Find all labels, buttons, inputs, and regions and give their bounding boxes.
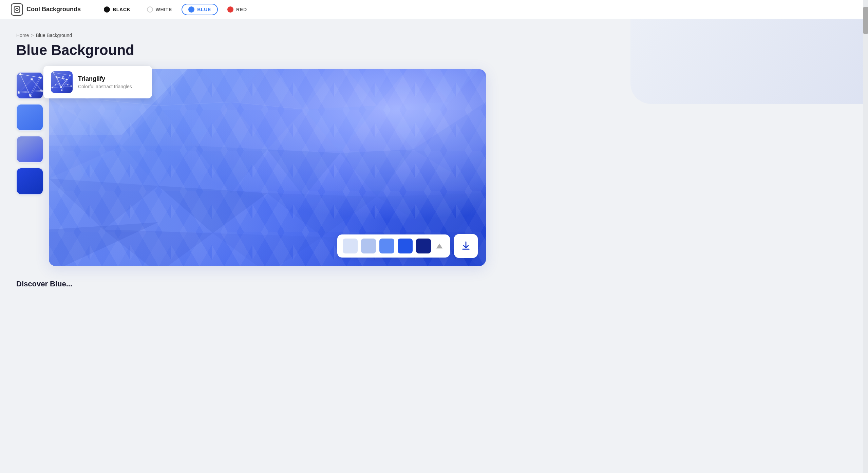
- svg-marker-21: [194, 69, 267, 102]
- brand: Cool Backgrounds: [11, 3, 81, 16]
- svg-point-9: [67, 84, 69, 86]
- dot-black-icon: [104, 6, 110, 13]
- brand-title: Cool Backgrounds: [26, 6, 81, 13]
- thumb-trianglify-svg: [17, 73, 43, 99]
- download-icon: [460, 241, 471, 251]
- svg-marker-37: [158, 186, 267, 233]
- brand-logo-icon: [13, 6, 21, 13]
- svg-point-14: [30, 95, 32, 97]
- preview-bottom-bar: [337, 234, 478, 258]
- nav-item-red[interactable]: RED: [221, 4, 254, 15]
- bottom-section-title: Discover Blue...: [16, 280, 486, 288]
- main-content: Home > Blue Background Blue Background: [0, 19, 502, 302]
- tooltip-card: Trianglify Colorful abstract triangles: [43, 66, 152, 98]
- thumbnail-gradient[interactable]: [16, 136, 43, 163]
- svg-marker-27: [413, 69, 486, 102]
- svg-marker-10: [20, 74, 41, 96]
- svg-marker-34: [340, 149, 413, 197]
- swatch-dark[interactable]: [398, 239, 413, 253]
- nav-item-white[interactable]: WHITE: [140, 4, 179, 15]
- svg-marker-42: [213, 233, 322, 266]
- svg-marker-33: [267, 149, 340, 197]
- nav-items: BLACK WHITE BLUE RED: [97, 4, 254, 15]
- nav-item-black[interactable]: BLACK: [97, 4, 137, 15]
- bg-section: Trianglify Colorful abstract triangles: [16, 69, 486, 266]
- breadcrumb-current: Blue Background: [36, 33, 72, 38]
- swatch-lightest[interactable]: [343, 239, 358, 253]
- tooltip-thumb-preview: [51, 71, 73, 93]
- preview-area: [49, 69, 486, 266]
- thumbnail-solid-dark[interactable]: [16, 168, 43, 195]
- swatch-mid[interactable]: [379, 239, 394, 253]
- tooltip-title: Trianglify: [78, 75, 132, 82]
- thumbnails-sidebar: Trianglify Colorful abstract triangles: [16, 69, 43, 266]
- svg-marker-23: [267, 69, 340, 109]
- preview-background: [49, 69, 486, 266]
- svg-point-12: [19, 73, 21, 75]
- breadcrumb-separator: >: [31, 33, 34, 38]
- svg-point-5: [66, 79, 68, 80]
- svg-marker-26: [304, 106, 377, 153]
- download-button[interactable]: [454, 234, 478, 258]
- regenerate-button[interactable]: [434, 241, 445, 251]
- tooltip-triangle-icon: [55, 75, 69, 89]
- bg-blob-decoration: [630, 19, 868, 104]
- nav-label-red: RED: [236, 7, 247, 12]
- breadcrumb: Home > Blue Background: [16, 33, 486, 38]
- nav-label-blue: BLUE: [197, 7, 211, 12]
- svg-marker-11: [19, 79, 42, 93]
- color-palette-box: [337, 234, 450, 258]
- svg-marker-30: [122, 146, 195, 186]
- breadcrumb-home[interactable]: Home: [16, 33, 29, 38]
- svg-point-8: [62, 77, 63, 79]
- nav-label-black: BLACK: [113, 7, 131, 12]
- swatch-light[interactable]: [361, 239, 376, 253]
- nav-label-white: WHITE: [156, 7, 172, 12]
- svg-marker-24: [231, 102, 304, 150]
- svg-marker-38: [267, 193, 377, 237]
- svg-marker-2: [57, 77, 67, 87]
- svg-point-1: [16, 8, 18, 11]
- dot-white-icon: [147, 6, 153, 13]
- svg-marker-41: [103, 229, 213, 266]
- svg-marker-36: [49, 178, 158, 229]
- svg-point-7: [55, 84, 56, 86]
- thumbnail-solid-light[interactable]: [16, 104, 43, 131]
- nav-item-blue[interactable]: BLUE: [182, 4, 218, 15]
- scrollbar[interactable]: [863, 0, 868, 473]
- swatch-darkest[interactable]: [416, 239, 431, 253]
- scrollbar-thumb[interactable]: [863, 7, 868, 34]
- svg-point-6: [60, 87, 62, 88]
- svg-point-16: [31, 78, 33, 80]
- tooltip-info: Trianglify Colorful abstract triangles: [78, 75, 132, 89]
- svg-point-4: [56, 76, 58, 78]
- svg-rect-0: [14, 6, 20, 12]
- navbar: Cool Backgrounds BLACK WHITE BLUE RED: [0, 0, 868, 19]
- triangle-regenerate-icon: [436, 242, 443, 250]
- brand-icon: [11, 3, 23, 16]
- svg-marker-32: [194, 146, 267, 193]
- svg-point-15: [18, 92, 20, 94]
- page-title: Blue Background: [16, 42, 486, 58]
- svg-marker-3: [56, 78, 68, 85]
- svg-marker-50: [436, 244, 442, 249]
- svg-point-13: [40, 77, 42, 79]
- dot-blue-icon: [188, 6, 194, 13]
- dot-red-icon: [227, 6, 233, 13]
- thumbnail-trianglify[interactable]: [16, 72, 43, 99]
- tooltip-subtitle: Colorful abstract triangles: [78, 84, 132, 89]
- svg-marker-22: [158, 102, 231, 146]
- svg-marker-25: [340, 69, 413, 106]
